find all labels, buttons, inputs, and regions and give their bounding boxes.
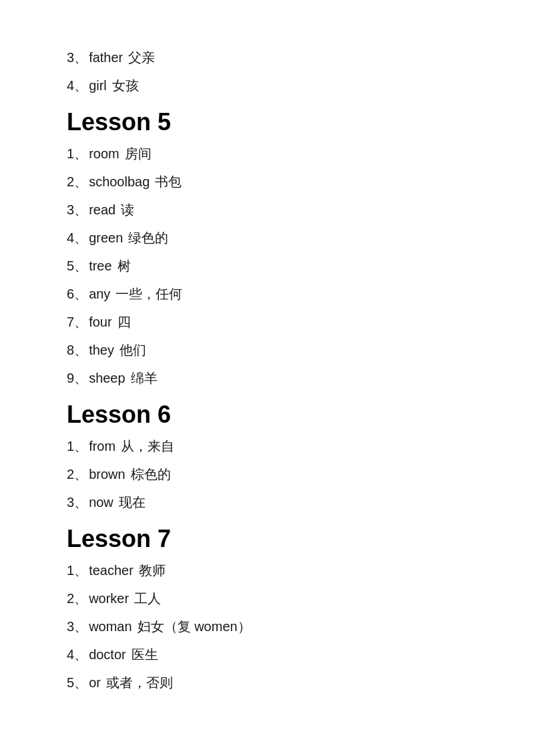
vocab-item: 3、woman妇女（复 women） [67,616,467,637]
vocab-number: 4、 [67,647,87,662]
vocab-english: from [89,439,115,453]
vocab-chinese: 父亲 [128,50,155,65]
section-lesson6: Lesson 61、from从，来自2、brown棕色的3、now现在 [67,401,467,513]
vocab-item: 3、read读 [67,199,467,220]
vocab-english: they [89,343,114,357]
vocab-number: 2、 [67,591,87,606]
vocab-number: 3、 [67,50,87,65]
vocab-item: 2、schoolbag书包 [67,171,467,192]
lesson-title-lesson7: Lesson 7 [67,525,467,553]
vocab-english: doctor [89,647,126,662]
vocab-chinese: 读 [121,202,134,217]
vocab-chinese: 绵羊 [131,371,158,385]
vocab-item: 3、now现在 [67,492,467,513]
section-lesson7: Lesson 71、teacher教师2、worker工人3、woman妇女（复… [67,525,467,693]
vocab-item: 4、green绿色的 [67,227,467,248]
vocab-chinese: 妇女（复 women） [138,619,251,634]
vocab-number: 1、 [67,563,87,578]
vocab-item: 2、brown棕色的 [67,463,467,485]
vocab-item: 5、tree树 [67,255,467,276]
vocab-number: 2、 [67,467,87,482]
vocab-chinese: 树 [117,258,131,273]
vocab-chinese: 书包 [155,174,182,189]
vocab-english: woman [89,619,131,634]
lesson-title-lesson6: Lesson 6 [67,401,467,429]
vocab-english: green [89,230,123,245]
vocab-number: 6、 [67,287,87,301]
vocab-number: 2、 [67,174,87,189]
vocab-item: 6、any一些，任何 [67,283,467,305]
vocab-item: 9、sheep绵羊 [67,367,467,389]
vocab-chinese: 或者，否则 [106,675,173,690]
vocab-chinese: 一些，任何 [115,287,182,301]
vocab-english: father [89,50,123,65]
vocab-english: now [89,495,113,510]
vocab-chinese: 棕色的 [131,467,171,482]
vocab-number: 4、 [67,230,87,245]
vocab-english: girl [89,78,107,93]
vocab-chinese: 医生 [131,647,158,662]
vocab-number: 4、 [67,78,87,93]
lesson-title-lesson5: Lesson 5 [67,108,467,136]
vocab-number: 8、 [67,343,87,357]
vocab-english: teacher [89,563,134,578]
vocab-item: 8、they他们 [67,339,467,361]
section-intro: 3、father父亲4、girl女孩 [67,47,467,96]
vocab-item: 5、or或者，否则 [67,672,467,693]
vocab-chinese: 四 [117,315,131,329]
vocab-chinese: 房间 [125,146,152,161]
page-content: 3、father父亲4、girl女孩Lesson 51、room房间2、scho… [67,47,467,693]
vocab-number: 5、 [67,258,87,273]
vocab-chinese: 绿色的 [128,230,168,245]
vocab-item: 3、father父亲 [67,47,467,68]
vocab-chinese: 他们 [119,343,146,357]
vocab-english: any [89,287,110,301]
vocab-english: sheep [89,371,125,385]
vocab-english: four [89,315,111,329]
vocab-item: 4、girl女孩 [67,75,467,96]
section-lesson5: Lesson 51、room房间2、schoolbag书包3、read读4、gr… [67,108,467,389]
vocab-chinese: 从，来自 [121,439,174,453]
vocab-chinese: 工人 [134,591,161,606]
vocab-number: 1、 [67,439,87,453]
vocab-english: read [89,202,115,217]
vocab-english: tree [89,258,111,273]
vocab-chinese: 现在 [119,495,146,510]
vocab-item: 1、room房间 [67,143,467,164]
vocab-number: 3、 [67,619,87,634]
vocab-item: 7、four四 [67,311,467,333]
vocab-english: brown [89,467,125,482]
vocab-item: 1、teacher教师 [67,560,467,581]
vocab-number: 5、 [67,675,87,690]
vocab-item: 4、doctor医生 [67,644,467,665]
vocab-english: worker [89,591,129,606]
vocab-english: or [89,675,101,690]
vocab-number: 3、 [67,495,87,510]
vocab-item: 1、from从，来自 [67,435,467,457]
vocab-number: 3、 [67,202,87,217]
vocab-english: schoolbag [89,174,150,189]
vocab-chinese: 教师 [139,563,166,578]
vocab-number: 7、 [67,315,87,329]
vocab-number: 1、 [67,146,87,161]
vocab-chinese: 女孩 [112,78,139,93]
vocab-number: 9、 [67,371,87,385]
vocab-english: room [89,146,119,161]
vocab-item: 2、worker工人 [67,588,467,609]
